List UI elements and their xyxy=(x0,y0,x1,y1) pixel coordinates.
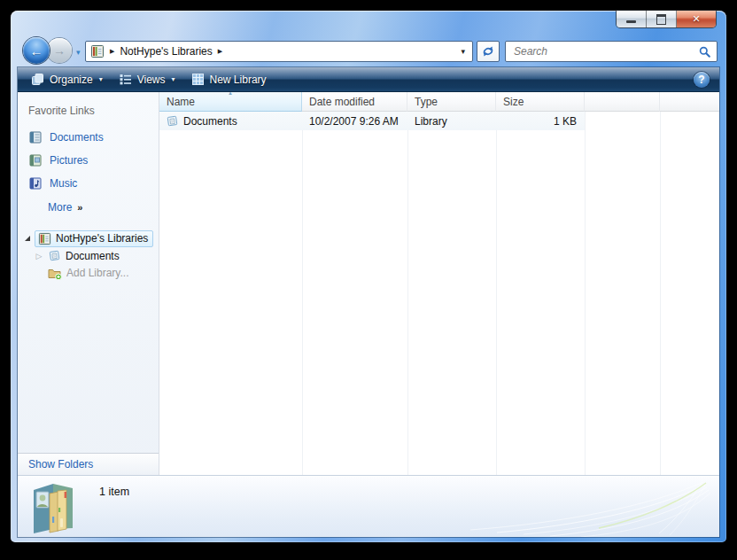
search-input[interactable] xyxy=(512,44,699,58)
window-controls: ✕ xyxy=(617,11,716,27)
organize-label: Organize xyxy=(50,74,93,86)
address-dropdown-icon[interactable]: ▾ xyxy=(458,47,468,56)
column-label: Type xyxy=(415,96,438,108)
column-header-name[interactable]: ▲ Name xyxy=(159,92,302,112)
favorite-link-documents[interactable]: Documents xyxy=(18,126,159,149)
documents-library-icon xyxy=(48,249,61,262)
minimize-button[interactable] xyxy=(617,11,647,27)
documents-link-icon xyxy=(28,130,43,144)
column-gridline xyxy=(302,112,303,476)
sort-ascending-icon: ▲ xyxy=(228,92,233,96)
column-label: Size xyxy=(503,96,524,108)
explorer-window: ✕ ← → ▾ ▶ NotHype's Libraries ▶ ▾ xyxy=(11,11,726,542)
refresh-button[interactable] xyxy=(477,41,500,62)
column-gridline xyxy=(496,112,497,476)
more-links-button[interactable]: More » xyxy=(18,195,159,219)
refresh-icon xyxy=(482,45,494,58)
column-header-empty[interactable] xyxy=(585,92,660,112)
new-library-label: New Library xyxy=(210,74,267,86)
views-label: Views xyxy=(137,74,166,86)
file-row-documents[interactable]: Documents 10/2/2007 9:26 AM Library 1 KB xyxy=(159,112,585,130)
column-header-type[interactable]: Type xyxy=(407,92,496,112)
maximize-icon xyxy=(656,14,666,25)
libraries-icon xyxy=(90,44,105,58)
new-library-icon xyxy=(191,73,205,86)
address-bar[interactable]: ▶ NotHype's Libraries ▶ ▾ xyxy=(85,41,473,62)
close-button[interactable]: ✕ xyxy=(677,11,716,27)
favorite-link-music[interactable]: Music xyxy=(18,172,159,195)
breadcrumb-arrow-icon[interactable]: ▶ xyxy=(218,48,222,55)
file-type-cell: Library xyxy=(407,115,496,128)
tree-root-label: NotHype's Libraries xyxy=(56,232,148,245)
tree-child-label: Documents xyxy=(66,250,120,262)
more-label: More xyxy=(48,201,72,214)
command-toolbar: Organize ▾ Views ▾ New Library ? xyxy=(18,67,719,92)
tree-item-add-library[interactable]: Add Library... xyxy=(18,264,159,281)
views-dropdown-icon: ▾ xyxy=(172,75,175,83)
add-library-label: Add Library... xyxy=(66,267,128,279)
back-arrow-icon: ← xyxy=(30,43,43,58)
show-folders-button[interactable]: Show Folders xyxy=(18,453,159,476)
favorite-link-pictures[interactable]: Pictures xyxy=(18,149,159,172)
file-name: Documents xyxy=(183,115,237,128)
column-gridline xyxy=(660,112,661,476)
maximize-button[interactable] xyxy=(647,11,677,27)
main-content: Favorite Links Documents Pictures xyxy=(18,92,719,476)
help-icon: ? xyxy=(698,74,704,86)
favorite-links-header: Favorite Links xyxy=(18,103,159,126)
item-count: 1 item xyxy=(99,486,129,498)
organize-button[interactable]: Organize ▾ xyxy=(23,67,111,91)
breadcrumb-arrow-icon[interactable]: ▶ xyxy=(110,48,114,55)
search-box xyxy=(505,41,718,62)
forward-arrow-icon: → xyxy=(53,43,66,58)
music-link-icon xyxy=(28,176,43,191)
views-button[interactable]: Views ▾ xyxy=(111,67,183,91)
column-header-filler xyxy=(660,92,719,112)
add-library-icon xyxy=(48,266,62,280)
forward-button[interactable]: → xyxy=(47,38,72,63)
organize-icon xyxy=(31,73,44,86)
recent-pages-dropdown[interactable]: ▾ xyxy=(76,48,81,57)
tree-item-libraries-root[interactable]: NotHype's Libraries xyxy=(18,229,159,247)
tree-item-documents[interactable]: ▷ Documents xyxy=(18,247,159,264)
organize-dropdown-icon: ▾ xyxy=(99,75,103,83)
library-folder-icon xyxy=(27,479,80,534)
column-header-date-modified[interactable]: Date modified xyxy=(302,92,407,112)
close-icon: ✕ xyxy=(692,14,700,24)
libraries-icon xyxy=(38,232,51,245)
file-date-cell: 10/2/2007 9:26 AM xyxy=(302,115,407,128)
minimize-icon xyxy=(626,20,636,23)
back-button[interactable]: ← xyxy=(23,37,50,64)
column-gridline xyxy=(407,112,408,476)
desktop-background: { "icons": { "close_glyph": "✕", "back_g… xyxy=(0,0,737,560)
documents-library-icon xyxy=(166,114,179,128)
favorite-link-label: Documents xyxy=(50,131,104,144)
favorite-link-label: Music xyxy=(50,177,77,190)
breadcrumb[interactable]: NotHype's Libraries xyxy=(120,45,212,58)
favorite-link-label: Pictures xyxy=(50,154,88,167)
folder-tree: NotHype's Libraries ▷ Documents xyxy=(18,229,159,281)
navigation-pane: Favorite Links Documents Pictures xyxy=(18,92,159,476)
expander-open-icon[interactable] xyxy=(25,236,30,241)
file-size-cell: 1 KB xyxy=(496,115,585,128)
help-button[interactable]: ? xyxy=(694,72,710,88)
more-chevron-icon: » xyxy=(77,202,82,213)
file-list: ▲ Name Date modified Type Size xyxy=(159,92,719,476)
pictures-link-icon xyxy=(28,153,43,167)
details-pane: 1 item xyxy=(18,475,719,537)
tree-root-selection[interactable]: NotHype's Libraries xyxy=(35,230,153,247)
column-label: Date modified xyxy=(309,96,375,108)
column-headers: ▲ Name Date modified Type Size xyxy=(159,92,719,112)
file-name-cell[interactable]: Documents xyxy=(159,114,302,128)
new-library-button[interactable]: New Library xyxy=(183,67,275,91)
expander-closed-icon[interactable]: ▷ xyxy=(35,252,43,261)
aurora-decoration xyxy=(422,482,714,537)
column-label: Name xyxy=(167,96,195,108)
column-gridline xyxy=(585,112,586,476)
views-icon xyxy=(119,73,132,86)
column-header-size[interactable]: Size xyxy=(496,92,585,112)
search-icon[interactable] xyxy=(699,46,710,58)
